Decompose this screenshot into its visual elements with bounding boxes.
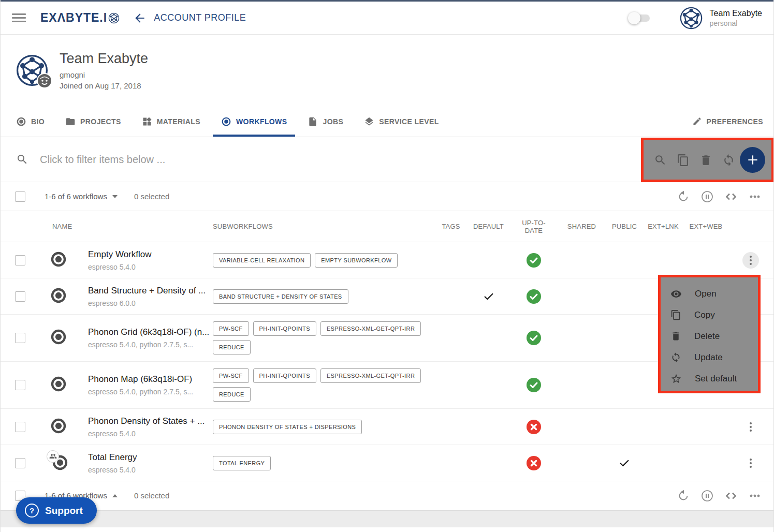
search-action-button[interactable] xyxy=(649,154,671,167)
workflow-name-cell: Total Energyespresso 5.4.0 xyxy=(83,452,213,474)
pause-button[interactable] xyxy=(701,190,713,203)
workflow-row: Total Energyespresso 5.4.0TOTAL ENERGY xyxy=(1,445,773,481)
more-button[interactable] xyxy=(749,190,761,203)
highlighted-action-toolbar xyxy=(641,138,774,182)
copy-icon xyxy=(677,154,690,167)
subworkflow-chip: ESPRESSO-XML-GET-QPT-IRR xyxy=(320,368,421,383)
hamburger-menu-icon[interactable] xyxy=(12,13,26,22)
up-to-date-badge xyxy=(527,253,541,268)
row-menu-cell xyxy=(728,455,773,471)
subworkflow-chip: TOTAL ENERGY xyxy=(213,456,271,470)
menu-item-delete[interactable]: Delete xyxy=(661,326,758,347)
preferences-button[interactable]: PREFERENCES xyxy=(692,106,763,137)
tab-jobs[interactable]: JOBS xyxy=(308,106,343,137)
row-context-menu: Open Copy Delete Update Set default xyxy=(658,275,761,393)
workflow-name-cell: Phonon Map (6k3q18i-OF)espresso 5.4.0, p… xyxy=(83,374,213,396)
logo-ball-icon xyxy=(108,12,120,24)
trash-icon xyxy=(699,154,712,167)
theme-toggle[interactable] xyxy=(631,14,650,22)
account-avatar[interactable] xyxy=(680,7,703,29)
add-button[interactable] xyxy=(740,147,765,173)
row-menu-cell xyxy=(728,252,773,269)
workflow-app: espresso 5.4.0 xyxy=(88,466,136,474)
selected-count: 0 selected xyxy=(134,192,169,201)
page-title: ACCOUNT PROFILE xyxy=(154,12,246,23)
subworkflow-chip: PHONON DENSITY OF STATES + DISPERSIONS xyxy=(213,420,362,434)
row-checkbox[interactable] xyxy=(15,422,25,432)
subworkflow-chip: EMPTY SUBWORKFLOW xyxy=(315,253,398,268)
workflow-name[interactable]: Empty Workflow xyxy=(88,249,152,260)
layers-icon xyxy=(364,116,374,127)
workflow-shared-icon xyxy=(49,453,68,473)
workflow-app: espresso 5.4.0, python 2.7.5, s... xyxy=(88,341,193,349)
question-icon: ? xyxy=(25,504,39,518)
row-checkbox-cell xyxy=(1,255,34,265)
pause-button-bottom[interactable] xyxy=(701,490,713,502)
pencil-icon xyxy=(692,116,702,126)
select-all-checkbox[interactable] xyxy=(15,191,25,202)
page-footer xyxy=(1,510,773,527)
profile-tabs: BIO PROJECTS MATERIALS WORKFLOWS JOBS SE… xyxy=(1,106,773,137)
workflow-name[interactable]: Phonon Map (6k3q18i-OF) xyxy=(88,374,192,385)
workflow-icon xyxy=(50,251,67,270)
workflow-row: Empty Workflowespresso 5.4.0VARIABLE-CEL… xyxy=(1,242,773,278)
row-menu-button[interactable] xyxy=(742,455,759,471)
filter-input[interactable] xyxy=(40,154,506,166)
workflow-name[interactable]: Total Energy xyxy=(88,452,137,463)
column-public: PUBLIC xyxy=(606,223,642,230)
default-check-icon xyxy=(483,291,494,302)
toggle-knob xyxy=(628,12,640,24)
subworkflow-chip: PH-INIT-QPOINTS xyxy=(253,321,316,336)
undo-button-bottom[interactable] xyxy=(677,490,690,502)
code-button-bottom[interactable] xyxy=(725,490,737,502)
menu-item-set-default[interactable]: Set default xyxy=(661,368,758,389)
workflow-row: Phonon Density of States + ...espresso 5… xyxy=(1,409,773,445)
menu-item-update[interactable]: Update xyxy=(661,347,758,368)
tab-projects[interactable]: PROJECTS xyxy=(65,106,121,137)
trash-icon xyxy=(670,331,681,342)
row-checkbox[interactable] xyxy=(15,380,25,390)
subworkflows-cell: VARIABLE-CELL RELAXATIONEMPTY SUBWORKFLO… xyxy=(213,253,435,268)
column-default: DEFAULT xyxy=(466,223,510,230)
chevron-down-icon xyxy=(112,195,118,198)
update-action-button[interactable] xyxy=(717,154,740,167)
row-checkbox-cell xyxy=(1,380,34,390)
subworkflow-chip: BAND STRUCTURE + DENSITY OF STATES xyxy=(213,289,348,304)
row-checkbox[interactable] xyxy=(15,458,25,468)
tab-workflows[interactable]: WORKFLOWS xyxy=(221,106,287,137)
row-checkbox[interactable] xyxy=(15,333,25,343)
exabyte-logo[interactable]: EXΛBYTE.I xyxy=(40,11,120,25)
menu-item-open[interactable]: Open xyxy=(661,283,758,304)
support-button[interactable]: ? Support xyxy=(16,497,97,524)
code-button[interactable] xyxy=(725,190,737,203)
menu-item-copy[interactable]: Copy xyxy=(661,304,758,326)
undo-button[interactable] xyxy=(677,190,690,203)
workflow-app: espresso 6.0.0 xyxy=(88,299,136,307)
workflow-name[interactable]: Phonon Density of States + ... xyxy=(88,416,205,426)
copy-action-button[interactable] xyxy=(671,154,694,167)
workflow-name[interactable]: Band Structure + Density of ... xyxy=(88,286,206,296)
row-checkbox[interactable] xyxy=(15,255,25,265)
target-icon xyxy=(16,116,26,127)
out-of-date-badge xyxy=(527,420,541,434)
row-menu-button[interactable] xyxy=(742,419,759,435)
tab-bio[interactable]: BIO xyxy=(16,106,45,137)
radio-checked-icon xyxy=(221,116,231,127)
subworkflow-chip: REDUCE xyxy=(213,387,251,402)
up-to-date-badge xyxy=(527,289,541,304)
public-check-icon xyxy=(619,457,630,469)
row-checkbox[interactable] xyxy=(15,291,25,302)
more-button-bottom[interactable] xyxy=(749,490,761,502)
delete-action-button[interactable] xyxy=(694,154,717,167)
row-menu-button[interactable] xyxy=(742,252,759,269)
folder-icon xyxy=(65,116,76,127)
row-menu-cell xyxy=(728,419,773,435)
tab-materials[interactable]: MATERIALS xyxy=(142,106,200,137)
pagination-range-dropdown[interactable]: 1-6 of 6 workflows xyxy=(45,192,118,201)
subworkflow-chip: PW-SCF xyxy=(213,321,249,336)
tab-service-level[interactable]: SERVICE LEVEL xyxy=(364,106,439,137)
up-to-date-cell xyxy=(510,331,557,345)
up-to-date-badge xyxy=(527,331,541,345)
back-arrow-icon[interactable] xyxy=(133,11,147,25)
workflow-name[interactable]: Phonon Grid (6k3q18i-OF) (n... xyxy=(88,327,209,337)
